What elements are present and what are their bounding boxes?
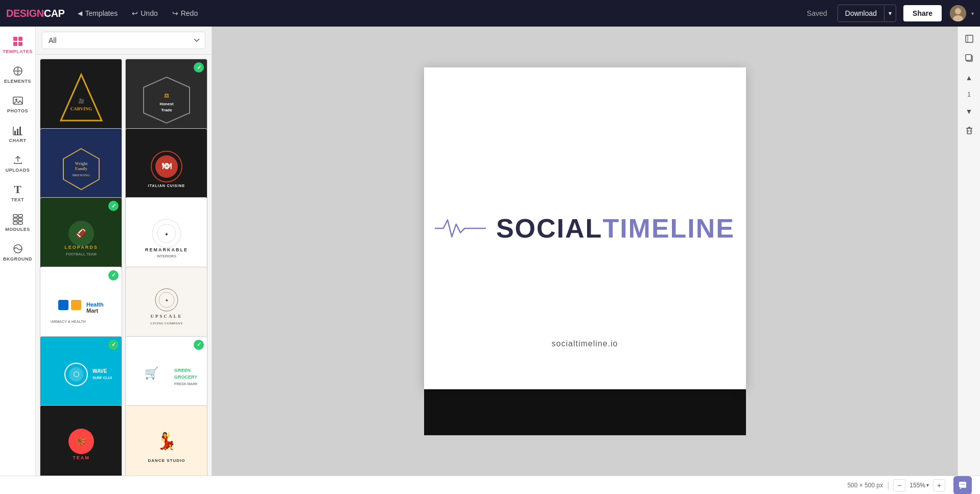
svg-text:Honest: Honest <box>159 102 173 106</box>
download-button-group[interactable]: Download ▾ <box>837 5 896 22</box>
download-main-button[interactable]: Download <box>838 5 884 21</box>
chevron-left-icon: ◀ <box>78 10 82 17</box>
svg-text:TEAM: TEAM <box>73 455 90 460</box>
saved-status: Saved <box>807 9 827 17</box>
sidebar-item-chart[interactable]: CHART <box>0 120 35 148</box>
svg-text:Health: Health <box>86 301 104 308</box>
svg-text:Mart: Mart <box>86 308 99 314</box>
logo-text: DESIGNCAP <box>6 8 64 19</box>
svg-text:🏀: 🏀 <box>76 436 86 446</box>
svg-rect-14 <box>13 218 17 221</box>
zoom-level: 155% <box>909 482 925 489</box>
sidebar-item-bkground[interactable]: BKGROUND <box>0 238 35 267</box>
sidebar-item-text[interactable]: T TEXT <box>0 179 35 207</box>
zoom-dropdown-icon: ▾ <box>926 482 929 488</box>
svg-rect-5 <box>13 42 17 46</box>
delete-page-button[interactable] <box>961 123 977 139</box>
svg-rect-51 <box>58 300 68 310</box>
uploads-sidebar-label: UPLOADS <box>6 168 30 173</box>
add-page-button[interactable] <box>961 31 977 47</box>
zoom-in-button[interactable]: + <box>933 479 945 491</box>
svg-text:〇: 〇 <box>73 371 79 378</box>
right-sidebar: ▲ 1 ▼ <box>958 27 980 476</box>
svg-point-85 <box>961 484 962 485</box>
svg-text:GREEN: GREEN <box>174 368 191 373</box>
trash-icon <box>965 126 974 135</box>
templates-sidebar-label: TEMPLATES <box>3 49 32 54</box>
svg-text:GROCERY: GROCERY <box>174 374 197 380</box>
sidebar-item-uploads[interactable]: UPLOADS <box>0 149 35 178</box>
canvas-dimensions: 500 × 500 px <box>847 482 883 489</box>
svg-text:SURF CLUB: SURF CLUB <box>92 376 112 380</box>
svg-text:✦: ✦ <box>165 232 169 237</box>
left-sidebar: TEMPLATES ELEMENTS PHOTOS <box>0 27 36 476</box>
svg-rect-16 <box>18 215 22 217</box>
svg-rect-82 <box>966 55 971 60</box>
template-preview-sports: 🏀 TEAM <box>40 406 122 476</box>
canvas-url: socialtimeline.io <box>552 339 618 348</box>
chart-sidebar-label: CHART <box>9 138 27 143</box>
svg-text:🎥: 🎥 <box>78 98 85 104</box>
user-avatar[interactable] <box>950 5 966 21</box>
zoom-controls: − 155% ▾ + <box>893 479 945 491</box>
sidebar-item-elements[interactable]: ELEMENTS <box>0 60 35 89</box>
download-dropdown-button[interactable]: ▾ <box>884 6 896 21</box>
svg-rect-11 <box>17 129 18 135</box>
svg-text:✦: ✦ <box>165 298 168 303</box>
svg-text:DANCE STUDIO: DANCE STUDIO <box>148 458 185 463</box>
templates-grid: 🎥 CARVING ✓ ⚖ Honest Trade <box>36 55 212 476</box>
svg-text:Family: Family <box>75 167 87 171</box>
timeline-text: TIMELINE <box>602 213 735 244</box>
svg-text:FRESH MARKET: FRESH MARKET <box>174 382 197 386</box>
svg-rect-52 <box>71 300 81 310</box>
svg-text:LEOPARDS: LEOPARDS <box>64 245 98 250</box>
template-card-sports[interactable]: 🏀 TEAM <box>40 405 122 476</box>
svg-rect-4 <box>18 37 22 41</box>
templates-button[interactable]: ◀ Templates <box>73 6 123 20</box>
svg-text:BREWING: BREWING <box>72 173 90 177</box>
category-filter-select[interactable]: All Business Food Sports Health <box>42 32 205 49</box>
svg-text:🛒: 🛒 <box>144 366 158 380</box>
chevron-down-icon: ▾ <box>889 10 892 17</box>
main-area: TEMPLATES ELEMENTS PHOTOS <box>0 27 980 476</box>
zoom-value[interactable]: 155% ▾ <box>907 482 931 489</box>
text-sidebar-label: TEXT <box>11 197 24 202</box>
canvas-stack: SOCIAL TIMELINE socialtimeline.io <box>424 67 746 435</box>
svg-text:REMARKABLE: REMARKABLE <box>145 247 188 252</box>
undo-icon: ↩ <box>132 9 138 17</box>
template-card-dancer[interactable]: 💃 DANCE STUDIO <box>125 405 207 476</box>
canvas-main[interactable]: SOCIAL TIMELINE socialtimeline.io <box>424 67 746 389</box>
svg-point-86 <box>962 484 963 485</box>
share-button[interactable]: Share <box>903 5 942 21</box>
avatar-dropdown-icon[interactable]: ▾ <box>971 11 974 16</box>
svg-text:ITALIAN CUISINE: ITALIAN CUISINE <box>148 184 184 187</box>
bottom-bar: 500 × 500 px | − 155% ▾ + <box>0 476 980 494</box>
chat-icon <box>958 481 967 490</box>
redo-icon: ↪ <box>172 9 178 17</box>
page-up-button[interactable]: ▲ <box>961 69 977 86</box>
svg-rect-24 <box>136 69 197 131</box>
svg-rect-80 <box>966 35 973 42</box>
page-down-button[interactable]: ▼ <box>961 103 977 120</box>
selected-badge-wave: ✓ <box>108 340 119 350</box>
page-number: 1 <box>967 89 971 100</box>
svg-text:CARVING: CARVING <box>70 106 92 111</box>
uploads-icon <box>12 154 24 166</box>
svg-rect-17 <box>18 218 22 221</box>
zoom-out-button[interactable]: − <box>893 479 905 491</box>
chat-button[interactable] <box>953 476 972 495</box>
duplicate-page-button[interactable] <box>961 50 977 66</box>
svg-text:INTERIORS: INTERIORS <box>156 254 176 258</box>
svg-rect-83 <box>967 128 971 134</box>
social-timeline-heading: SOCIAL TIMELINE <box>496 213 735 244</box>
svg-rect-3 <box>13 37 17 41</box>
templates-panel: All Business Food Sports Health 🎥 CARVIN… <box>36 27 212 476</box>
sidebar-item-modules[interactable]: MODULES <box>0 208 35 237</box>
svg-text:💃: 💃 <box>156 431 177 451</box>
sidebar-item-templates[interactable]: TEMPLATES <box>0 31 35 59</box>
sidebar-item-photos[interactable]: PHOTOS <box>0 90 35 119</box>
bkground-icon <box>12 243 24 254</box>
redo-button[interactable]: ↪ Redo <box>167 6 203 20</box>
templates-label: Templates <box>85 9 118 17</box>
undo-button[interactable]: ↩ Undo <box>127 6 162 20</box>
